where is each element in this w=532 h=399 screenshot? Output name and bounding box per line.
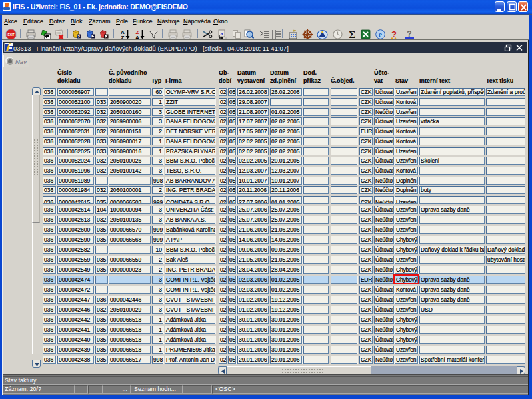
svg-text:EXIT: EXIT [7, 33, 14, 37]
svg-text:?: ? [77, 35, 80, 39]
svg-text:?: ? [407, 29, 411, 39]
svg-text:a: a [221, 31, 223, 37]
svg-text:Σ: Σ [349, 29, 356, 40]
svg-text:e: e [379, 30, 383, 39]
